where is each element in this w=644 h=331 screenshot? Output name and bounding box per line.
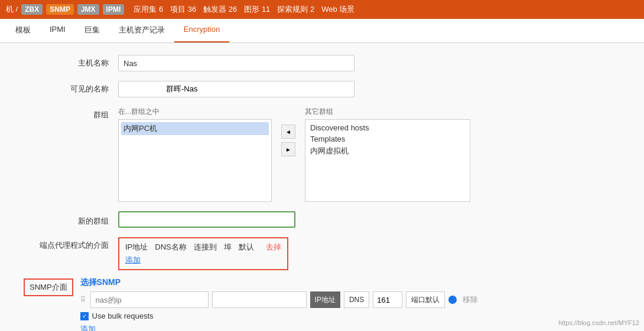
use-bulk-label: Use bulk requests [92, 312, 154, 320]
badge-snmp[interactable]: SNMP [46, 4, 74, 15]
nav-app[interactable]: 应用集 6 [134, 4, 163, 15]
tab-bar: 模板 IPMI 巨集 主机资产记录 Encryption [0, 19, 644, 43]
tab-ipmi[interactable]: IPMI [40, 19, 75, 42]
snmp-dns-input[interactable] [212, 291, 307, 308]
badge-zbx[interactable]: ZBX [21, 4, 43, 15]
interface-box: IP地址 DNS名称 连接到 埠 默认 去掉 添加 [118, 237, 288, 270]
snmp-radio-dot [448, 296, 457, 304]
snmp-row: ⠿ IP地址 DNS 端口默认 移除 [80, 291, 620, 308]
snmp-section: SNMP介面 选择SNMP ⠿ IP地址 DNS 端口默认 移除 ✓ Use b… [24, 277, 620, 331]
snmp-content: 选择SNMP ⠿ IP地址 DNS 端口默认 移除 ✓ Use bulk req… [80, 277, 620, 331]
snmp-add-link[interactable]: 添加 [80, 325, 96, 331]
visible-name-row: 可见的名称 [24, 81, 620, 97]
nav-triggers[interactable]: 触发器 26 [203, 4, 237, 15]
col-default: 默认 [239, 242, 254, 253]
visible-name-label: 可见的名称 [24, 81, 118, 94]
badge-ipmi[interactable]: IPMI [103, 4, 125, 15]
hostname-input[interactable] [118, 55, 354, 71]
new-group-label: 新的群组 [24, 213, 118, 227]
agent-interface-label: 端点代理程式的介面 [24, 237, 118, 251]
nav-discovery[interactable]: 探索规则 2 [277, 4, 314, 15]
tab-encryption[interactable]: Encryption [174, 19, 229, 42]
in-groups-list[interactable]: 内网PC机 [118, 119, 272, 202]
snmp-port-input[interactable] [373, 291, 402, 308]
col-dns: DNS名称 [155, 242, 186, 253]
arrow-buttons: ◄ ► [278, 124, 299, 156]
hostname-label: 主机名称 [24, 55, 118, 68]
nav-items[interactable]: 项目 36 [170, 4, 196, 15]
arrow-right-button[interactable]: ► [281, 142, 295, 156]
in-groups-section: 在...群组之中 内网PC机 [118, 107, 272, 202]
other-groups-list[interactable]: Discovered hosts Templates 内网虚拟机 [305, 119, 470, 202]
main-content: 主机名称 可见的名称 群组 在...群组之中 内网PC机 ◄ ► 其它群组 [0, 43, 644, 331]
snmp-remove-btn[interactable]: 移除 [463, 294, 478, 305]
tab-template[interactable]: 模板 [6, 19, 40, 42]
in-groups-label: 在...群组之中 [118, 107, 272, 117]
list-item[interactable]: Templates [308, 133, 467, 145]
agent-interface-row: 端点代理程式的介面 IP地址 DNS名称 连接到 埠 默认 去掉 添加 [24, 237, 620, 270]
list-item[interactable]: 内网虚拟机 [308, 145, 467, 158]
add-link-row: 添加 [125, 255, 281, 266]
col-connect: 连接到 [194, 242, 217, 253]
groups-label: 群组 [24, 107, 118, 120]
snmp-label: SNMP介面 [24, 278, 73, 296]
visible-name-input[interactable] [118, 81, 354, 97]
snmp-title[interactable]: 选择SNMP [80, 277, 620, 288]
visible-name-control [118, 81, 354, 97]
hostname-control [118, 55, 354, 71]
list-item[interactable]: 内网PC机 [121, 122, 269, 135]
new-group-input[interactable] [118, 211, 295, 228]
agent-interface-content: IP地址 DNS名称 连接到 埠 默认 去掉 添加 [118, 237, 288, 270]
badge-jmx[interactable]: JMX [77, 4, 99, 15]
nav-items: 应用集 6 项目 36 触发器 26 图形 11 探索规则 2 Web 场景 [134, 4, 638, 15]
snmp-add-row: 添加 [80, 324, 620, 331]
snmp-drag-icon: ⠿ [80, 296, 86, 304]
btn-ip-address[interactable]: IP地址 [310, 291, 340, 308]
watermark: https://blog.csdn.net/MYF12 [558, 319, 639, 326]
breadcrumb: 机 / [6, 4, 18, 15]
tab-inventory[interactable]: 主机资产记录 [109, 19, 174, 42]
nav-graphs[interactable]: 图形 11 [244, 4, 270, 15]
use-bulk-checkbox[interactable]: ✓ [80, 312, 89, 320]
add-interface-link[interactable]: 添加 [125, 255, 141, 264]
col-ip: IP地址 [125, 242, 148, 253]
groups-section: 群组 在...群组之中 内网PC机 ◄ ► 其它群组 Discovered ho… [24, 107, 620, 202]
col-port: 埠 [224, 242, 232, 253]
new-group-row: 新的群组 [24, 211, 620, 228]
interface-header: IP地址 DNS名称 连接到 埠 默认 去掉 [125, 242, 281, 253]
breadcrumb-text: 机 / [6, 5, 18, 14]
arrow-left-button[interactable]: ◄ [281, 124, 295, 139]
other-groups-section: 其它群组 Discovered hosts Templates 内网虚拟机 [305, 107, 470, 202]
btn-dns[interactable]: DNS [344, 291, 369, 308]
hostname-row: 主机名称 [24, 55, 620, 71]
remove-link[interactable]: 去掉 [266, 242, 281, 253]
groups-content: 在...群组之中 内网PC机 ◄ ► 其它群组 Discovered hosts… [118, 107, 470, 202]
top-bar: 机 / ZBX SNMP JMX IPMI 应用集 6 项目 36 触发器 26… [0, 0, 644, 19]
btn-port-default[interactable]: 端口默认 [406, 291, 445, 308]
nav-web[interactable]: Web 场景 [321, 4, 354, 15]
use-bulk-row: ✓ Use bulk requests [80, 312, 620, 320]
list-item[interactable]: Discovered hosts [308, 122, 467, 133]
other-groups-label: 其它群组 [305, 107, 470, 117]
snmp-ip-input[interactable] [90, 291, 209, 308]
tab-macros[interactable]: 巨集 [75, 19, 109, 42]
